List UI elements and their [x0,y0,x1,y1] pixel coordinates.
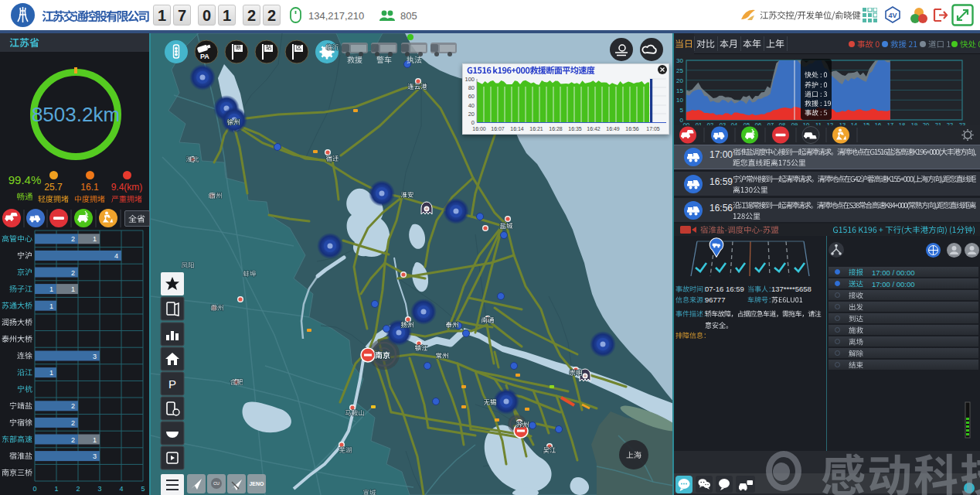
svg-text:16:28: 16:28 [549,126,563,131]
svg-text:16:14: 16:14 [510,126,524,131]
svg-text:16:42: 16:42 [587,126,601,131]
svg-text:16:07: 16:07 [491,126,505,131]
svg-text:17:05: 17:05 [646,126,660,131]
svg-text:16:21: 16:21 [529,126,543,131]
svg-text:16:00: 16:00 [472,126,486,131]
svg-text:16:56: 16:56 [625,126,639,131]
svg-text:80: 80 [468,84,475,91]
svg-text:0: 0 [471,119,475,126]
svg-text:60: 60 [468,93,475,100]
svg-text:16:49: 16:49 [606,126,620,131]
svg-text:20: 20 [468,111,475,118]
svg-text:100: 100 [464,76,475,83]
svg-text:16:35: 16:35 [568,126,582,131]
svg-text:40: 40 [468,102,475,109]
